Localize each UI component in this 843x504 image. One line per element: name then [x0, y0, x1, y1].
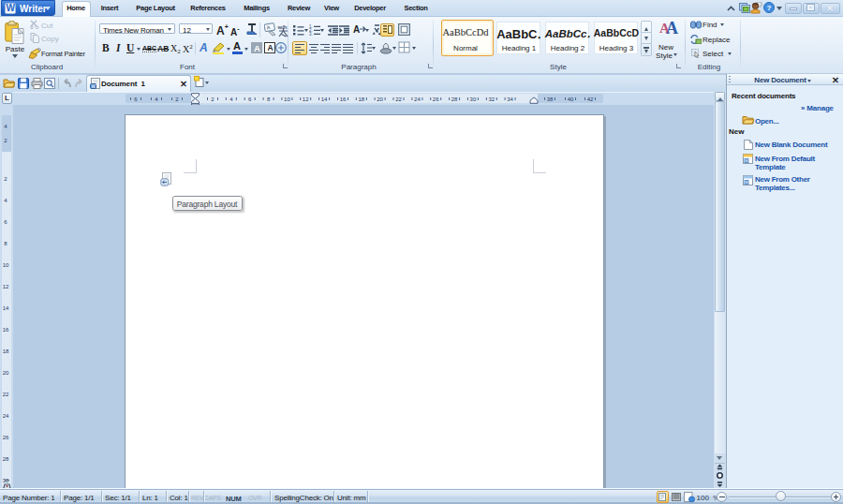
svg-text:12: 12: [303, 96, 309, 102]
svg-text:4: 4: [229, 96, 233, 102]
svg-text:2: 2: [175, 96, 179, 102]
svg-text:22: 22: [395, 96, 402, 102]
svg-text:20: 20: [3, 370, 9, 376]
svg-text:28: 28: [3, 456, 9, 462]
svg-text:W: W: [745, 180, 748, 185]
svg-text:18: 18: [3, 348, 9, 354]
svg-text:10: 10: [3, 262, 9, 268]
svg-text:12: 12: [3, 284, 9, 289]
svg-text:?: ?: [767, 4, 772, 12]
svg-text:6: 6: [248, 96, 252, 102]
svg-text:w/h: w/h: [277, 24, 288, 30]
svg-text:14: 14: [3, 305, 9, 311]
svg-text:28: 28: [451, 96, 458, 102]
svg-text:8: 8: [4, 241, 7, 246]
svg-text:40: 40: [568, 96, 574, 102]
svg-text:38: 38: [547, 96, 554, 102]
svg-text:16: 16: [340, 96, 347, 102]
svg-text:4: 4: [155, 96, 158, 102]
svg-text:26: 26: [3, 435, 9, 440]
svg-text:2: 2: [4, 176, 7, 182]
svg-text:14: 14: [321, 96, 328, 102]
svg-text:2: 2: [211, 96, 214, 102]
svg-text:4: 4: [4, 198, 7, 203]
svg-text:2: 2: [4, 138, 7, 143]
svg-text:42: 42: [587, 96, 594, 102]
svg-text:18: 18: [358, 96, 364, 102]
svg-text:32: 32: [488, 96, 495, 102]
svg-text:6: 6: [134, 96, 138, 102]
svg-text:24: 24: [3, 413, 9, 419]
svg-text:8: 8: [267, 96, 271, 102]
svg-text:20: 20: [377, 96, 383, 102]
svg-text:16: 16: [3, 327, 9, 333]
svg-text:W: W: [745, 158, 748, 163]
svg-text:6: 6: [4, 219, 7, 225]
svg-text:34: 34: [507, 96, 513, 102]
svg-text:3.: 3.: [309, 32, 313, 36]
svg-text:24: 24: [414, 96, 421, 102]
svg-text:22: 22: [3, 392, 9, 397]
svg-text:26: 26: [433, 96, 439, 102]
svg-text:10: 10: [284, 96, 290, 102]
svg-text:30: 30: [470, 96, 477, 102]
svg-text:4: 4: [4, 124, 7, 129]
